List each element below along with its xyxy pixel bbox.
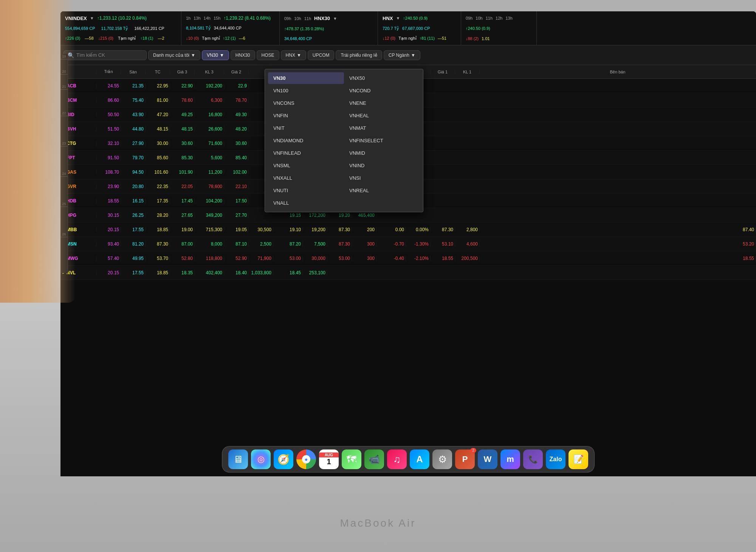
messenger-icon[interactable]: m: [500, 449, 520, 469]
vnindex-cp2: 166,422,201 CP: [134, 26, 164, 31]
th-kl3-b: KL 3: [195, 70, 224, 74]
th-kl1-s: KL 1: [455, 70, 480, 74]
second-ticker: 1h 13h 14h 15h ↑1,239.22 (8.41 0.68%) 8,…: [181, 11, 280, 45]
th-san: Sàn: [121, 70, 146, 74]
maps-icon[interactable]: 🗺: [342, 449, 361, 469]
dropdown-item-vnsml[interactable]: VNSML: [268, 160, 344, 171]
appstore-icon[interactable]: A: [410, 449, 429, 469]
tab-hose-label: HOSE: [262, 53, 274, 58]
second-value: ↑1,239.22 (8.41 0.68%): [223, 16, 271, 21]
table-row[interactable]: ➤MSN 93.40 81.20 87.30 87.00 8,000 87.10…: [60, 237, 756, 251]
vnindex-tam: Tạm nghỉ: [118, 36, 136, 41]
acb-gia3: 22.90: [170, 83, 195, 89]
tab-trai-phieu[interactable]: Trái phiếu riêng lẻ: [336, 50, 382, 60]
dropdown-item-vnfin[interactable]: VNFIN: [268, 110, 344, 121]
dropdown-item-vnmat[interactable]: VNMAT: [344, 122, 420, 134]
dropdown-col-2: VNX50 VNCOND VNENE VNHEAL VNMAT VNFINSEL…: [344, 72, 420, 209]
dropdown-item-vn30[interactable]: VN30: [268, 72, 344, 84]
tab-vn30-label: VN30: [207, 53, 218, 58]
th-gia3-b: Giá 3: [170, 70, 195, 74]
vnindex-eq: —58: [85, 36, 93, 41]
th-tran: Trần: [96, 69, 121, 74]
dropdown-item-vnall[interactable]: VNALL: [268, 197, 344, 209]
calendar-icon[interactable]: AUG 1: [319, 449, 339, 469]
trading-app: VNINDEX ▼ ↑1,233.12 (10.22 0.84%) 554,89…: [60, 11, 756, 476]
vnindex-ty: 11,702.158 Tỷ: [101, 26, 129, 31]
tab-trai-phieu-label: Trái phiếu riêng lẻ: [341, 53, 377, 58]
dropdown-columns: VN30 VN100 VNCONS VNFIN VNIT VNDIAMOND V…: [265, 69, 423, 212]
hnx-section: HNX▼ ↑240.50 (0.9) 720.7 Tỷ 67,687,000 C…: [378, 11, 461, 45]
dropdown-item-vnsi[interactable]: VNSI: [344, 172, 420, 184]
vn30-dropdown: VN30 VN100 VNCONS VNFIN VNIT VNDIAMOND V…: [265, 69, 423, 212]
tab-upcom-label: UPCOM: [313, 53, 330, 58]
tab-hnx30[interactable]: HNX30: [231, 50, 255, 60]
tab-cp-nganh[interactable]: CP Ngành ▼: [384, 50, 420, 60]
tab-upcom[interactable]: UPCOM: [308, 50, 335, 60]
vnindex-value: ↑1,233.12 (10.22 0.84%): [97, 16, 147, 21]
tab-hose[interactable]: HOSE: [257, 50, 279, 60]
powerpoint-icon[interactable]: 2 P: [455, 449, 475, 469]
dropdown-item-vnxall[interactable]: VNXALL: [268, 172, 344, 184]
tab-vn30[interactable]: VN30 ▼: [202, 50, 229, 60]
nav-bar: 🔍 Tìm kiếm CK Danh mục của tôi ▼ VN30 ▼ …: [60, 45, 756, 65]
dropdown-item-vnheal[interactable]: VNHEAL: [344, 110, 420, 121]
acb-tc: 22.95: [146, 83, 170, 89]
dropdown-item-vnx50[interactable]: VNX50: [344, 72, 420, 84]
tab-cp-nganh-chevron: ▼: [411, 53, 415, 58]
th-ben-ban: Bên bán: [480, 70, 756, 74]
vnindex-dash: —2: [158, 36, 164, 41]
dropdown-item-vnreal[interactable]: VNREAL: [344, 185, 420, 196]
dock: 🖥 ◎ 🧭 ● AUG 1 🗺 📹: [222, 446, 595, 473]
hnx30-section: 09h10h11h HNX30▼ ↑478.37 (1.35 0.28%) 34…: [280, 11, 378, 45]
chrome-icon[interactable]: ●: [296, 449, 316, 469]
table-row[interactable]: ➤NVL 20.15 17.55 18.85 18.35 402,400 18.…: [60, 266, 756, 280]
zalo-icon[interactable]: Zalo: [546, 449, 565, 469]
vnindex-section: VNINDEX ▼ ↑1,233.12 (10.22 0.84%) 554,89…: [60, 11, 181, 45]
finder-icon[interactable]: 🖥: [228, 449, 248, 469]
ticker-bar: VNINDEX ▼ ↑1,233.12 (10.22 0.84%) 554,89…: [60, 11, 756, 45]
danh-muc-chevron: ▼: [191, 53, 195, 58]
dropdown-item-vnfinlead[interactable]: VNFINLEAD: [268, 147, 344, 159]
far-right-ticker: 09h10h11h12h13h ↑240.50 (0.9) ↓88 (2) 1.…: [461, 11, 537, 45]
notes-icon[interactable]: 📝: [569, 449, 588, 469]
dropdown-item-vnene[interactable]: VNENE: [344, 97, 420, 109]
dropdown-item-vncond[interactable]: VNCOND: [344, 85, 420, 96]
search-placeholder: Tìm kiếm CK: [76, 52, 105, 58]
th-gia2-b: Giá 2: [224, 70, 249, 74]
tab-hnx30-label: HNX30: [235, 53, 250, 58]
dropdown-item-vncons[interactable]: VNCONS: [268, 97, 344, 109]
macbook-label: MacBook Air: [340, 517, 416, 529]
vnindex-down: ↓215 (0): [98, 36, 113, 41]
search-box[interactable]: 🔍 Tìm kiếm CK: [64, 50, 147, 60]
vnindex-up2: ↑18 (1): [140, 36, 153, 41]
dropdown-col-1: VN30 VN100 VNCONS VNFIN VNIT VNDIAMOND V…: [268, 72, 344, 209]
acb-tran: 24.55: [96, 83, 121, 89]
dropdown-item-vnmid[interactable]: VNMID: [344, 147, 420, 159]
table-row[interactable]: ➤MBB 20.15 17.55 18.85 19.00 715,300 19.…: [60, 222, 756, 237]
music-icon[interactable]: ♫: [387, 449, 407, 469]
facetime-icon[interactable]: 📹: [364, 449, 384, 469]
acb-kl3: 192,200: [195, 83, 224, 89]
danh-muc-btn[interactable]: Danh mục của tôi ▼: [148, 50, 200, 60]
dropdown-item-vn100[interactable]: VN100: [268, 85, 344, 96]
tab-hnx[interactable]: HNX ▼: [281, 50, 306, 60]
word-icon[interactable]: W: [478, 449, 497, 469]
danh-muc-label: Danh mục của tôi: [153, 53, 189, 58]
acb-gia2: 22.9: [224, 83, 249, 89]
tab-vn30-chevron: ▼: [220, 53, 224, 58]
siri-icon[interactable]: ◎: [251, 449, 271, 469]
dropdown-item-vnit[interactable]: VNIT: [268, 122, 344, 134]
acb-san: 21.35: [121, 83, 146, 89]
dropdown-item-vnuti[interactable]: VNUTI: [268, 185, 344, 196]
viber-icon[interactable]: 📞: [523, 449, 543, 469]
dropdown-item-vndiamond[interactable]: VNDIAMOND: [268, 135, 344, 146]
safari-icon[interactable]: 🧭: [274, 449, 293, 469]
powerpoint-badge: 2: [470, 448, 476, 453]
dropdown-item-vnind[interactable]: VNIND: [344, 160, 420, 171]
table-row[interactable]: ➤MWG 57.40 49.95 53.70 52.80 118,800 52.…: [60, 251, 756, 266]
dropdown-item-vnfinselect[interactable]: VNFINSELECT: [344, 135, 420, 146]
th-tc: TC: [146, 70, 170, 74]
tab-cp-nganh-label: CP Ngành: [389, 53, 409, 58]
tab-hnx-label: HNX: [286, 53, 295, 58]
settings-icon[interactable]: ⚙: [432, 449, 452, 469]
